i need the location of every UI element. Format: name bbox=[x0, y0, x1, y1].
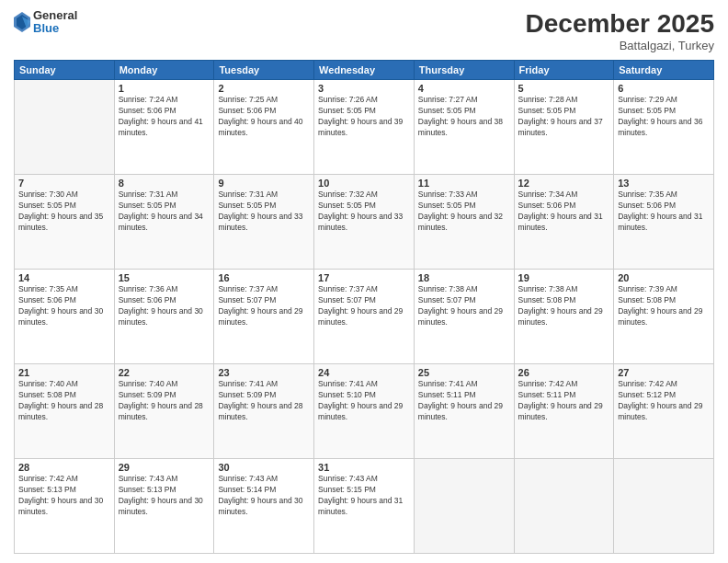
day-number: 19 bbox=[518, 272, 610, 283]
day-number: 11 bbox=[418, 178, 510, 189]
calendar-cell: 27Sunrise: 7:42 AMSunset: 5:12 PMDayligh… bbox=[614, 364, 714, 459]
logo-blue: Blue bbox=[33, 22, 77, 35]
day-number: 13 bbox=[618, 178, 710, 189]
calendar-week-3: 14Sunrise: 7:35 AMSunset: 5:06 PMDayligh… bbox=[15, 270, 714, 364]
day-number: 7 bbox=[18, 178, 110, 189]
day-header-friday: Friday bbox=[514, 61, 614, 80]
day-info: Sunrise: 7:24 AMSunset: 5:06 PMDaylight:… bbox=[119, 95, 210, 139]
day-info: Sunrise: 7:42 AMSunset: 5:12 PMDaylight:… bbox=[618, 379, 710, 423]
logo-icon bbox=[14, 12, 30, 32]
day-info: Sunrise: 7:42 AMSunset: 5:13 PMDaylight:… bbox=[18, 474, 110, 518]
title-block: December 2025 Battalgazi, Turkey bbox=[526, 9, 714, 52]
calendar-week-2: 7Sunrise: 7:30 AMSunset: 5:05 PMDaylight… bbox=[15, 175, 714, 270]
calendar-cell: 2Sunrise: 7:25 AMSunset: 5:06 PMDaylight… bbox=[214, 80, 314, 175]
day-info: Sunrise: 7:35 AMSunset: 5:06 PMDaylight:… bbox=[618, 190, 710, 234]
day-info: Sunrise: 7:43 AMSunset: 5:15 PMDaylight:… bbox=[318, 474, 410, 518]
calendar-cell: 10Sunrise: 7:32 AMSunset: 5:05 PMDayligh… bbox=[314, 175, 415, 270]
calendar-cell: 5Sunrise: 7:28 AMSunset: 5:05 PMDaylight… bbox=[514, 80, 614, 175]
day-number: 10 bbox=[318, 178, 410, 189]
calendar-cell: 26Sunrise: 7:42 AMSunset: 5:11 PMDayligh… bbox=[514, 364, 614, 459]
day-info: Sunrise: 7:38 AMSunset: 5:08 PMDaylight:… bbox=[518, 284, 610, 328]
day-number: 1 bbox=[119, 83, 210, 94]
calendar-week-5: 28Sunrise: 7:42 AMSunset: 5:13 PMDayligh… bbox=[15, 459, 714, 554]
day-info: Sunrise: 7:32 AMSunset: 5:05 PMDaylight:… bbox=[318, 190, 410, 234]
day-info: Sunrise: 7:25 AMSunset: 5:06 PMDaylight:… bbox=[218, 95, 310, 139]
calendar-cell: 7Sunrise: 7:30 AMSunset: 5:05 PMDaylight… bbox=[15, 175, 115, 270]
calendar-cell: 16Sunrise: 7:37 AMSunset: 5:07 PMDayligh… bbox=[214, 270, 314, 364]
day-number: 6 bbox=[618, 83, 710, 94]
day-number: 3 bbox=[318, 83, 410, 94]
calendar-cell: 6Sunrise: 7:29 AMSunset: 5:05 PMDaylight… bbox=[614, 80, 714, 175]
calendar-header-row: SundayMondayTuesdayWednesdayThursdayFrid… bbox=[15, 61, 714, 80]
day-info: Sunrise: 7:26 AMSunset: 5:05 PMDaylight:… bbox=[318, 95, 410, 139]
day-header-saturday: Saturday bbox=[614, 61, 714, 80]
day-info: Sunrise: 7:35 AMSunset: 5:06 PMDaylight:… bbox=[18, 284, 110, 328]
calendar-cell: 30Sunrise: 7:43 AMSunset: 5:14 PMDayligh… bbox=[214, 459, 314, 554]
day-number: 12 bbox=[518, 178, 610, 189]
calendar-cell: 29Sunrise: 7:43 AMSunset: 5:13 PMDayligh… bbox=[114, 459, 214, 554]
day-number: 16 bbox=[218, 272, 310, 283]
calendar-cell: 21Sunrise: 7:40 AMSunset: 5:08 PMDayligh… bbox=[15, 364, 115, 459]
day-info: Sunrise: 7:36 AMSunset: 5:06 PMDaylight:… bbox=[119, 284, 210, 328]
day-number: 5 bbox=[518, 83, 610, 94]
calendar-cell: 12Sunrise: 7:34 AMSunset: 5:06 PMDayligh… bbox=[514, 175, 614, 270]
day-info: Sunrise: 7:41 AMSunset: 5:11 PMDaylight:… bbox=[418, 379, 510, 423]
day-info: Sunrise: 7:33 AMSunset: 5:05 PMDaylight:… bbox=[418, 190, 510, 234]
calendar-cell bbox=[514, 459, 614, 554]
calendar-cell: 17Sunrise: 7:37 AMSunset: 5:07 PMDayligh… bbox=[314, 270, 415, 364]
day-number: 21 bbox=[18, 367, 110, 378]
day-number: 4 bbox=[418, 83, 510, 94]
day-number: 18 bbox=[418, 272, 510, 283]
calendar-week-4: 21Sunrise: 7:40 AMSunset: 5:08 PMDayligh… bbox=[15, 364, 714, 459]
calendar-cell: 25Sunrise: 7:41 AMSunset: 5:11 PMDayligh… bbox=[414, 364, 514, 459]
month-title: December 2025 bbox=[526, 9, 714, 39]
day-info: Sunrise: 7:38 AMSunset: 5:07 PMDaylight:… bbox=[418, 284, 510, 328]
day-header-sunday: Sunday bbox=[15, 61, 115, 80]
location: Battalgazi, Turkey bbox=[526, 39, 714, 52]
day-info: Sunrise: 7:42 AMSunset: 5:11 PMDaylight:… bbox=[518, 379, 610, 423]
day-info: Sunrise: 7:40 AMSunset: 5:09 PMDaylight:… bbox=[119, 379, 210, 423]
day-header-wednesday: Wednesday bbox=[314, 61, 415, 80]
calendar-cell: 23Sunrise: 7:41 AMSunset: 5:09 PMDayligh… bbox=[214, 364, 314, 459]
logo-general: General bbox=[33, 9, 77, 22]
calendar-week-1: 1Sunrise: 7:24 AMSunset: 5:06 PMDaylight… bbox=[15, 80, 714, 175]
calendar-cell: 8Sunrise: 7:31 AMSunset: 5:05 PMDaylight… bbox=[114, 175, 214, 270]
day-info: Sunrise: 7:40 AMSunset: 5:08 PMDaylight:… bbox=[18, 379, 110, 423]
day-number: 9 bbox=[218, 178, 310, 189]
day-number: 25 bbox=[418, 367, 510, 378]
calendar-cell: 11Sunrise: 7:33 AMSunset: 5:05 PMDayligh… bbox=[414, 175, 514, 270]
day-header-monday: Monday bbox=[114, 61, 214, 80]
calendar-cell: 24Sunrise: 7:41 AMSunset: 5:10 PMDayligh… bbox=[314, 364, 415, 459]
calendar-cell: 19Sunrise: 7:38 AMSunset: 5:08 PMDayligh… bbox=[514, 270, 614, 364]
day-info: Sunrise: 7:29 AMSunset: 5:05 PMDaylight:… bbox=[618, 95, 710, 139]
calendar-cell: 4Sunrise: 7:27 AMSunset: 5:05 PMDaylight… bbox=[414, 80, 514, 175]
calendar-table: SundayMondayTuesdayWednesdayThursdayFrid… bbox=[14, 60, 714, 554]
day-header-thursday: Thursday bbox=[414, 61, 514, 80]
day-number: 23 bbox=[218, 367, 310, 378]
day-number: 30 bbox=[218, 462, 310, 473]
day-number: 24 bbox=[318, 367, 410, 378]
calendar-cell: 13Sunrise: 7:35 AMSunset: 5:06 PMDayligh… bbox=[614, 175, 714, 270]
logo: General Blue bbox=[14, 9, 77, 36]
day-info: Sunrise: 7:43 AMSunset: 5:13 PMDaylight:… bbox=[119, 474, 210, 518]
day-info: Sunrise: 7:37 AMSunset: 5:07 PMDaylight:… bbox=[218, 284, 310, 328]
day-number: 29 bbox=[119, 462, 210, 473]
day-number: 20 bbox=[618, 272, 710, 283]
calendar-cell: 28Sunrise: 7:42 AMSunset: 5:13 PMDayligh… bbox=[15, 459, 115, 554]
day-number: 17 bbox=[318, 272, 410, 283]
day-info: Sunrise: 7:41 AMSunset: 5:09 PMDaylight:… bbox=[218, 379, 310, 423]
page-header: General Blue December 2025 Battalgazi, T… bbox=[14, 9, 714, 52]
day-number: 15 bbox=[119, 272, 210, 283]
calendar-cell bbox=[15, 80, 115, 175]
day-info: Sunrise: 7:43 AMSunset: 5:14 PMDaylight:… bbox=[218, 474, 310, 518]
day-number: 31 bbox=[318, 462, 410, 473]
day-number: 26 bbox=[518, 367, 610, 378]
day-info: Sunrise: 7:27 AMSunset: 5:05 PMDaylight:… bbox=[418, 95, 510, 139]
calendar-cell: 3Sunrise: 7:26 AMSunset: 5:05 PMDaylight… bbox=[314, 80, 415, 175]
calendar-cell: 9Sunrise: 7:31 AMSunset: 5:05 PMDaylight… bbox=[214, 175, 314, 270]
logo-text: General Blue bbox=[33, 9, 77, 36]
calendar-cell bbox=[614, 459, 714, 554]
calendar-cell: 22Sunrise: 7:40 AMSunset: 5:09 PMDayligh… bbox=[114, 364, 214, 459]
day-info: Sunrise: 7:39 AMSunset: 5:08 PMDaylight:… bbox=[618, 284, 710, 328]
day-header-tuesday: Tuesday bbox=[214, 61, 314, 80]
